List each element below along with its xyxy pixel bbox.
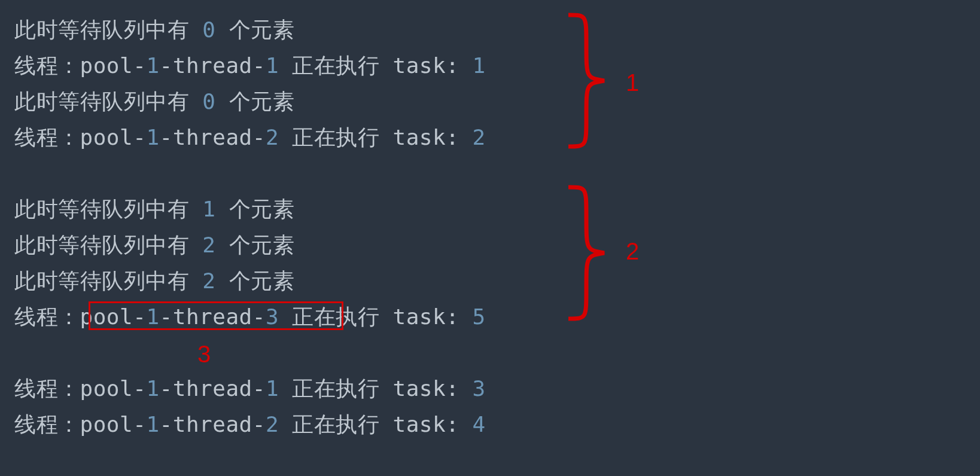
log-number: 2	[202, 268, 215, 293]
log-text: -thread-	[160, 53, 266, 78]
blank-line	[14, 335, 980, 371]
log-line-2: 线程：pool-1-thread-1 正在执行 task: 1	[14, 48, 980, 84]
log-line-4: 线程：pool-1-thread-2 正在执行 task: 2	[14, 120, 980, 155]
curly-brace-icon	[562, 12, 610, 149]
log-number: 0	[202, 89, 215, 114]
log-line-8: 此时等待队列中有 2 个元素	[14, 263, 980, 299]
highlight-box	[89, 301, 343, 330]
log-text: 个元素	[215, 17, 294, 42]
log-text: -thread-	[160, 125, 266, 149]
console-output: 此时等待队列中有 0 个元素 线程：pool-1-thread-1 正在执行 t…	[14, 12, 980, 443]
log-line-3: 此时等待队列中有 0 个元素	[14, 84, 980, 120]
log-line-12: 线程：pool-1-thread-2 正在执行 task: 4	[14, 407, 980, 443]
log-number: 4	[473, 412, 486, 437]
log-text: 线程：pool-	[14, 53, 146, 78]
log-number: 1	[146, 53, 159, 78]
log-text: 个元素	[215, 197, 294, 221]
log-number: 1	[146, 376, 159, 401]
log-text: 正在执行 task:	[279, 412, 472, 437]
log-text: 此时等待队列中有	[14, 233, 202, 257]
log-text: -thread-	[160, 412, 266, 437]
log-line-1: 此时等待队列中有 0 个元素	[14, 12, 980, 48]
log-number: 5	[473, 304, 486, 329]
log-number: 3	[473, 376, 486, 401]
log-number: 1	[266, 376, 279, 401]
log-text: -thread-	[160, 376, 266, 401]
log-text: 此时等待队列中有	[14, 268, 202, 293]
log-text: 正在执行 task:	[279, 125, 472, 149]
log-number: 1	[266, 53, 279, 78]
annotation-label-2: 2	[626, 233, 639, 269]
blank-line	[14, 155, 980, 191]
log-text: 线程：pool-	[14, 125, 146, 149]
log-text: 此时等待队列中有	[14, 17, 202, 42]
log-line-7: 此时等待队列中有 2 个元素	[14, 227, 980, 263]
log-number: 2	[202, 233, 215, 257]
annotation-label-1: 1	[626, 65, 639, 100]
log-number: 1	[202, 197, 215, 221]
log-text: 此时等待队列中有	[14, 89, 202, 114]
log-number: 2	[266, 412, 279, 437]
log-text: 个元素	[215, 233, 294, 257]
log-text: 个元素	[215, 268, 294, 293]
curly-brace-icon	[562, 184, 610, 322]
log-text: 线程：pool-	[14, 412, 146, 437]
log-number: 1	[146, 125, 159, 149]
log-number: 0	[202, 17, 215, 42]
log-line-6: 此时等待队列中有 1 个元素	[14, 191, 980, 227]
log-line-11: 线程：pool-1-thread-1 正在执行 task: 3	[14, 371, 980, 407]
log-number: 2	[266, 125, 279, 149]
log-number: 1	[146, 412, 159, 437]
log-text: 个元素	[215, 89, 294, 114]
log-number: 1	[473, 53, 486, 78]
log-text: 此时等待队列中有	[14, 197, 202, 221]
log-number: 2	[473, 125, 486, 149]
log-text: 正在执行 task:	[279, 53, 472, 78]
log-text: 正在执行 task:	[279, 376, 472, 401]
annotation-label-3: 3	[197, 336, 211, 372]
log-text: 线程：pool-	[14, 376, 146, 401]
